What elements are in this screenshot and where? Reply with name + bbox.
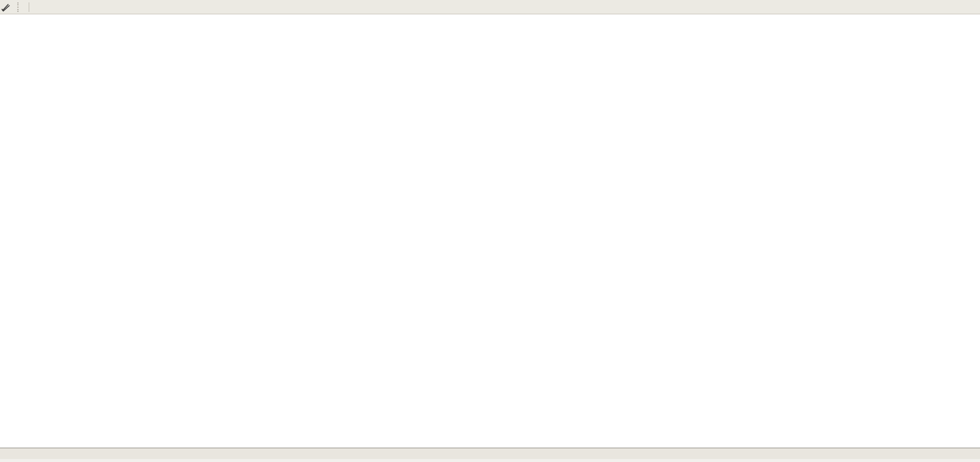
chart-canvas[interactable] <box>0 0 980 462</box>
chart-tab-bar <box>0 448 980 460</box>
timeframe-toolbar <box>0 0 980 14</box>
crosshair-cursor-icon[interactable] <box>1 2 11 13</box>
chart-title <box>8 19 13 25</box>
mt4-terminal <box>0 0 980 462</box>
toolbar-grip[interactable] <box>17 2 20 12</box>
toolbar-separator <box>29 2 29 12</box>
status-strip <box>0 459 980 462</box>
